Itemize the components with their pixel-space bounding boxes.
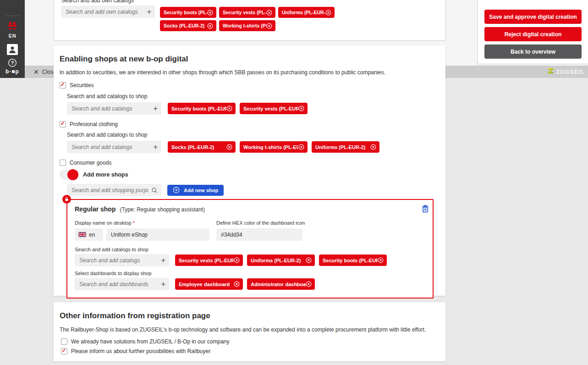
regular-shop-panel: Regular shop (Type: Regular shopping ass…	[66, 199, 434, 299]
shop-type-note: (Type: Regular shopping assistant)	[120, 206, 204, 213]
chip-remove-icon[interactable]	[325, 10, 331, 16]
shop-catalog-plus-icon[interactable]: +	[161, 257, 165, 264]
language-box[interactable]: en	[75, 228, 103, 241]
chip: Security vests (PL-EUR-1)	[240, 103, 308, 114]
save-approve-button[interactable]: Save and approve digital creation	[484, 10, 582, 24]
own-catalogs-search-input[interactable]	[65, 8, 145, 16]
clothing-checkbox[interactable]	[60, 121, 66, 127]
chip: Uniforms (PL-EUR-2)	[312, 141, 379, 153]
securities-catalog-input[interactable]	[71, 105, 152, 112]
chip-label: Security vests (PL-EUR-1)	[243, 106, 298, 111]
chip: Security vests (PL-EUR-1)	[175, 254, 243, 266]
chip-remove-icon[interactable]	[226, 144, 232, 150]
chip: Security boots (PL-EUR-1)	[160, 7, 216, 18]
shop-title: Regular shop	[75, 205, 115, 213]
close-icon: ✕	[33, 69, 39, 75]
chip-remove-icon[interactable]	[370, 144, 376, 150]
securities-plus-icon[interactable]: +	[154, 105, 158, 112]
help-icon[interactable]: ?	[0, 58, 25, 67]
language-code: en	[89, 232, 95, 238]
delete-shop-icon[interactable]	[422, 205, 429, 214]
switch-users-icon[interactable]	[0, 22, 25, 31]
chip-remove-icon[interactable]	[298, 105, 304, 111]
page-title: Enabling shops at new b-op digital	[60, 55, 445, 64]
chip-remove-icon[interactable]	[234, 257, 240, 263]
search-icon	[151, 187, 158, 194]
brand-name: ZUGSEIL	[556, 69, 585, 75]
chip-label: Socks (PL-EUR-2)	[164, 23, 207, 28]
shop-catalog-search: +	[75, 254, 169, 266]
dashboards-input[interactable]	[78, 281, 159, 288]
sidebar-divider	[5, 16, 20, 16]
consumer-goods-row: Consumer goods	[60, 160, 445, 166]
securities-row: Securities	[60, 82, 445, 88]
clothing-input-row: + Socks (PL-EUR-2) Working t-shirts (PL-…	[67, 141, 445, 153]
chip-remove-icon[interactable]	[306, 257, 312, 263]
lock-icon	[62, 195, 71, 204]
securities-checkbox[interactable]	[60, 82, 66, 88]
dashboards-plus-icon[interactable]: +	[161, 281, 165, 288]
reject-button[interactable]: Reject digital creation	[484, 27, 582, 41]
svg-text:?: ?	[11, 60, 14, 66]
securities-label: Securities	[70, 82, 94, 88]
chip-remove-icon[interactable]	[298, 144, 304, 150]
inform-option-row: Please inform us about further possibili…	[61, 348, 445, 354]
chip-remove-icon[interactable]	[266, 23, 272, 29]
add-more-shops-toggle[interactable]	[60, 170, 79, 180]
solutions-checkbox[interactable]	[61, 338, 67, 345]
add-catalog-plus-icon[interactable]: +	[147, 8, 151, 16]
securities-input-row: + Security boots (PL-EUR-1) Security ves…	[67, 102, 445, 115]
chip-remove-icon[interactable]	[378, 257, 384, 263]
chip: Employee dashboard	[175, 278, 243, 290]
uk-flag-icon	[78, 232, 86, 237]
solutions-label: We already have solutions from ZUGSEIL /…	[71, 338, 229, 345]
clothing-chip-list: Socks (PL-EUR-2) Working t-shirts (PL-EU…	[168, 141, 379, 153]
chip: Working t-shirts (PL-EUR-2)	[219, 20, 275, 31]
chip: Security boots (PL-EUR-1)	[319, 254, 387, 266]
solutions-option-row: We already have solutions from ZUGSEIL /…	[61, 338, 445, 345]
chip-label: Socks (PL-EUR-2)	[171, 144, 226, 150]
display-name-input[interactable]	[110, 231, 206, 238]
chip-remove-icon[interactable]	[306, 281, 312, 287]
chip-remove-icon[interactable]	[226, 105, 232, 111]
chip-remove-icon[interactable]	[266, 10, 272, 16]
securities-chip-list: Security boots (PL-EUR-1) Security vests…	[168, 103, 308, 114]
clothing-plus-icon[interactable]: +	[154, 144, 158, 151]
shopping-purpose-input[interactable]	[71, 187, 149, 194]
chip-remove-icon[interactable]	[234, 281, 240, 287]
shopping-purpose-search	[67, 184, 161, 196]
chip-label: Security boots (PL-EUR-1)	[171, 106, 226, 111]
profile-button[interactable]	[0, 44, 25, 55]
securities-catalog-search: +	[67, 102, 161, 115]
inform-checkbox[interactable]	[61, 348, 67, 354]
chip-label: Working t-shirts (PL-EUR-2)	[243, 144, 298, 150]
shop-catalog-input[interactable]	[78, 257, 159, 264]
chip-label: Uniforms (PL-EUR-2)	[315, 144, 370, 150]
hex-color-input[interactable]	[220, 231, 299, 238]
shop-title-row: Regular shop (Type: Regular shopping ass…	[75, 205, 425, 213]
name-hex-grid: Display name on desktop * en	[75, 218, 425, 241]
other-info-text: The Railbuyer-Shop is based on ZUGSEIL's…	[60, 326, 445, 333]
chip: Working t-shirts (PL-EUR-2)	[240, 141, 308, 153]
chip-label: Uniforms (PL-EUR-2)	[282, 10, 325, 15]
chip: Administrator dashboard	[247, 278, 315, 290]
required-asterisk: *	[133, 220, 135, 226]
display-name-field	[106, 228, 209, 241]
clothing-catalog-input[interactable]	[71, 144, 152, 151]
add-new-shop-button[interactable]: Add new shop	[167, 185, 224, 196]
chip: Uniforms (PL-EUR-2)	[247, 254, 315, 266]
chip-label: Security boots (PL-EUR-1)	[164, 10, 207, 15]
display-name-label: Display name on desktop *	[75, 220, 135, 226]
language-selector[interactable]: EN	[0, 33, 25, 39]
chip-remove-icon[interactable]	[207, 23, 213, 29]
chip-label: Working t-shirts (PL-EUR-2)	[223, 23, 266, 28]
toggle-knob	[67, 169, 78, 180]
dashboards-label: Select dashboards to display shop	[75, 271, 425, 276]
consumer-goods-checkbox[interactable]	[60, 160, 66, 166]
clothing-catalog-search: +	[67, 141, 161, 153]
back-to-overview-button[interactable]: Back to overview	[484, 44, 582, 59]
hex-color-label: Define HEX color of the dashboard icon	[216, 220, 305, 226]
chip-remove-icon[interactable]	[207, 10, 213, 16]
sidebar: EN ? b·■p	[0, 0, 25, 78]
close-button[interactable]: ✕ Close	[33, 66, 56, 78]
